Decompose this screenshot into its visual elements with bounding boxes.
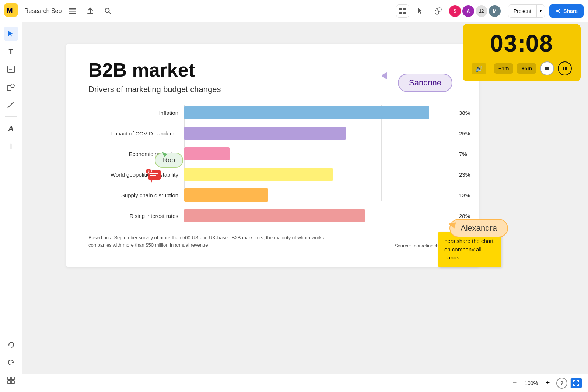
sidebar: T A	[0, 22, 22, 392]
svg-line-18	[557, 10, 559, 11]
chart-bar-row: Rising interest rates28%	[88, 208, 457, 223]
sandrine-label: Sandrine	[398, 74, 452, 92]
bar-pct: 23%	[459, 172, 475, 178]
add-tool[interactable]	[4, 139, 18, 153]
svg-rect-3	[69, 11, 76, 12]
help-button[interactable]: ?	[556, 378, 567, 389]
timer-pen-button[interactable]	[431, 4, 445, 18]
sticky-note-tool[interactable]	[4, 62, 18, 77]
present-button[interactable]: Present ▾	[508, 4, 545, 18]
comment-badge: 3	[145, 168, 152, 174]
bar-pct: 7%	[459, 151, 475, 157]
avatar-count: 12	[476, 5, 487, 17]
bottombar: − 100% + ?	[22, 374, 588, 392]
whiteboard: B2B market Drivers of marketing budget c…	[66, 44, 479, 267]
bar-pct: 38%	[459, 110, 475, 116]
text-tool[interactable]: T	[4, 44, 18, 59]
avatar-3: M	[489, 5, 501, 17]
bar-fill	[184, 168, 333, 181]
bar-label: Inflation	[88, 110, 184, 116]
zoom-in-button[interactable]: +	[542, 378, 553, 389]
svg-line-26	[8, 107, 9, 108]
bar-label: Impact of COVID pandemic	[88, 130, 184, 137]
bar-fill	[184, 147, 230, 160]
svg-rect-30	[11, 377, 14, 380]
bar-fill	[184, 106, 429, 119]
share-button[interactable]: Share	[549, 4, 584, 18]
svg-marker-38	[382, 71, 389, 79]
bar-fill	[184, 188, 268, 202]
timer-controls: 🔊 +1m +5m	[472, 61, 572, 75]
rob-cursor-arrow	[162, 152, 169, 159]
timer-panel: 03 : 08 🔊 +1m +5m	[463, 24, 581, 81]
svg-marker-39	[449, 221, 458, 229]
svg-line-6	[109, 12, 111, 14]
apps-grid-button[interactable]	[396, 4, 409, 18]
bar-fill	[184, 127, 346, 140]
svg-rect-31	[8, 381, 11, 384]
cursor-tool[interactable]	[4, 27, 18, 41]
zoom-out-button[interactable]: −	[509, 378, 520, 389]
svg-rect-32	[11, 381, 14, 384]
timer-sound-button[interactable]: 🔊	[472, 63, 486, 74]
miro-logo: M	[4, 3, 18, 19]
svg-rect-29	[8, 377, 11, 380]
text-style-tool[interactable]: A	[4, 121, 18, 136]
chart-footnote: Based on a September survey of more than…	[88, 234, 346, 248]
svg-rect-40	[545, 67, 549, 70]
svg-line-19	[557, 11, 559, 12]
svg-marker-37	[162, 152, 167, 157]
svg-rect-2	[69, 8, 76, 10]
timer-colon: :	[518, 30, 525, 57]
chart-bar-row: Inflation38%	[88, 105, 457, 120]
svg-rect-42	[565, 67, 567, 70]
zoom-level: 100%	[523, 380, 539, 386]
svg-rect-7	[399, 8, 402, 10]
project-title: Research Sep	[24, 8, 62, 14]
avatar-group: S A 12 M	[449, 5, 501, 17]
fullscreen-button[interactable]	[570, 378, 582, 388]
bar-fill	[184, 209, 365, 222]
avatar-1: S	[449, 5, 461, 17]
svg-rect-10	[403, 12, 406, 14]
bar-pct: 25%	[459, 130, 475, 137]
board-view-toggle[interactable]	[4, 373, 18, 388]
svg-rect-41	[563, 67, 564, 70]
chart-bar-row: Economic recession7%	[88, 146, 457, 161]
bar-label: World geopolitical instability	[88, 172, 184, 178]
chart-bar-row: World geopolitical instability23%	[88, 167, 457, 182]
pen-tool[interactable]	[4, 97, 18, 112]
svg-marker-36	[150, 180, 153, 183]
svg-rect-4	[69, 13, 76, 14]
search-button[interactable]	[101, 4, 115, 18]
timer-stop-button[interactable]	[540, 61, 554, 75]
bar-label: Rising interest rates	[88, 213, 184, 219]
timer-pause-button[interactable]	[558, 61, 572, 75]
timer-plus5m-button[interactable]: +5m	[517, 63, 536, 74]
alexandra-label: Alexandra	[449, 219, 508, 237]
topbar: M Research Sep S A 12 M Present ▾ Share	[0, 0, 588, 22]
cursor-mode-button[interactable]	[414, 4, 427, 18]
bar-pct: 13%	[459, 192, 475, 198]
alexandra-cursor-arrow	[449, 221, 458, 229]
shapes-tool[interactable]	[4, 80, 18, 94]
svg-point-14	[438, 8, 441, 11]
svg-rect-8	[403, 8, 406, 10]
bar-pct: 28%	[459, 213, 475, 219]
undo-tool[interactable]	[4, 338, 18, 352]
chart-bar-row: Impact of COVID pandemic25%	[88, 126, 457, 141]
svg-rect-20	[8, 66, 14, 73]
comment-cluster[interactable]: 3	[147, 169, 161, 185]
sandrine-cursor-arrow	[382, 71, 389, 79]
chart-bar-row: Supply chain disruption13%	[88, 188, 457, 202]
timer-minutes: 03	[490, 32, 518, 55]
timer-plus1m-button[interactable]: +1m	[494, 63, 513, 74]
share-export-button[interactable]	[84, 4, 97, 18]
svg-line-25	[8, 102, 14, 107]
timer-seconds: 08	[526, 32, 553, 55]
menu-button[interactable]	[66, 4, 79, 18]
svg-text:M: M	[7, 6, 13, 14]
redo-tool[interactable]	[4, 355, 18, 370]
chart-container: Inflation38%Impact of COVID pandemic25%E…	[88, 105, 457, 223]
avatar-2: A	[462, 5, 474, 17]
